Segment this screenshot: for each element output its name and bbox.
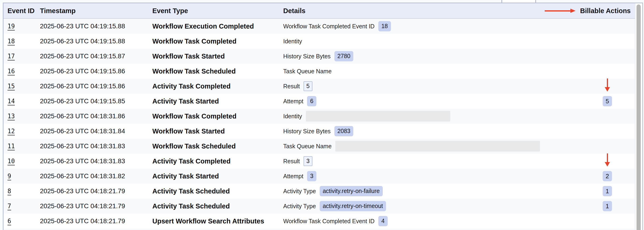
event-history-table-main: Event ID Timestamp Event Type Details Bi…: [4, 3, 635, 230]
vertical-scrollbar[interactable]: [635, 3, 642, 230]
table-row[interactable]: 10 2025-06-23 UTC 04:18:31.83 Activity T…: [4, 154, 635, 169]
redacted-value-block: [306, 111, 450, 122]
event-details: Task Queue Name: [283, 68, 580, 75]
event-type: Activity Task Scheduled: [152, 202, 283, 210]
table-row[interactable]: 19 2025-06-23 UTC 04:19:15.88 Workflow E…: [4, 19, 635, 34]
billable-actions-cell: [580, 81, 635, 92]
red-arrow-right-icon: [545, 9, 576, 13]
detail-value-badge: 18: [378, 21, 391, 31]
event-type: Upsert Workflow Search Attributes: [152, 217, 283, 225]
event-details: Attempt 6: [283, 96, 580, 106]
detail-value-code: 3: [304, 156, 312, 166]
billable-actions-header: Billable Actions: [545, 7, 632, 15]
billable-actions-badge: 5: [603, 96, 612, 106]
event-type: Workflow Task Started: [152, 52, 283, 60]
red-arrow-down-icon: [605, 153, 610, 167]
event-details: Workflow Task Completed Event ID 4: [283, 216, 580, 226]
table-row[interactable]: 7 2025-06-23 UTC 04:18:21.79 Activity Ta…: [4, 199, 635, 214]
detail-label: Activity Type: [283, 188, 316, 195]
event-type: Workflow Task Completed: [152, 38, 283, 45]
event-history-table-body: 19 2025-06-23 UTC 04:19:15.88 Workflow E…: [4, 19, 635, 230]
table-row[interactable]: 14 2025-06-23 UTC 04:19:15.85 Activity T…: [4, 94, 635, 109]
event-history-table-header: Event ID Timestamp Event Type Details Bi…: [4, 3, 635, 19]
event-details: Activity Type activity.retry-on-failure: [283, 186, 580, 196]
table-row[interactable]: 18 2025-06-23 UTC 04:19:15.88 Workflow T…: [4, 34, 635, 49]
event-id-link[interactable]: 12: [8, 128, 15, 135]
detail-value-badge: 3: [307, 171, 316, 181]
redacted-value-block: [335, 141, 540, 152]
event-id-link[interactable]: 6: [8, 217, 11, 224]
event-timestamp: 2025-06-23 UTC 04:19:15.87: [40, 52, 152, 60]
billable-actions-badge: 2: [603, 171, 612, 181]
detail-label: Identity: [283, 113, 302, 120]
event-timestamp: 2025-06-23 UTC 04:19:15.88: [40, 23, 152, 30]
event-id-link[interactable]: 13: [8, 113, 15, 120]
event-type: Activity Task Completed: [152, 157, 283, 165]
table-row[interactable]: 13 2025-06-23 UTC 04:18:31.86 Workflow T…: [4, 109, 635, 124]
event-id-link[interactable]: 7: [8, 203, 11, 210]
billable-actions-cell: [580, 156, 635, 167]
event-timestamp: 2025-06-23 UTC 04:18:31.84: [40, 128, 152, 135]
billable-actions-cell: 1: [580, 201, 635, 211]
table-row[interactable]: 8 2025-06-23 UTC 04:18:21.79 Activity Ta…: [4, 184, 635, 199]
table-row[interactable]: 15 2025-06-23 UTC 04:19:15.86 Activity T…: [4, 79, 635, 94]
detail-label: Identity: [283, 38, 302, 45]
event-id-link[interactable]: 14: [8, 98, 15, 105]
event-id-link[interactable]: 18: [8, 38, 15, 45]
event-type: Workflow Execution Completed: [152, 23, 283, 30]
event-details: Task Queue Name: [283, 141, 580, 152]
column-header-event-type: Event Type: [152, 7, 283, 15]
event-id-link[interactable]: 8: [8, 188, 11, 195]
detail-label: Attempt: [283, 173, 303, 180]
event-timestamp: 2025-06-23 UTC 04:18:21.79: [40, 187, 152, 195]
event-id-link[interactable]: 16: [8, 68, 15, 75]
event-timestamp: 2025-06-23 UTC 04:18:31.86: [40, 112, 152, 120]
top-strip: [0, 0, 644, 3]
detail-value-badge: activity.retry-on-timeout: [320, 201, 386, 211]
event-id-link[interactable]: 9: [8, 173, 11, 180]
event-type: Activity Task Completed: [152, 82, 283, 90]
scrollbar-thumb[interactable]: [636, 5, 641, 230]
event-timestamp: 2025-06-23 UTC 04:19:15.85: [40, 97, 152, 105]
event-type: Workflow Task Started: [152, 128, 283, 135]
event-type: Workflow Task Completed: [152, 112, 283, 120]
event-type: Workflow Task Scheduled: [152, 142, 283, 150]
billable-actions-cell: 5: [580, 96, 635, 106]
event-id-link[interactable]: 17: [8, 53, 15, 60]
detail-label: Task Queue Name: [283, 68, 332, 75]
event-timestamp: 2025-06-23 UTC 04:19:15.88: [40, 38, 152, 45]
event-details: Attempt 3: [283, 171, 580, 181]
detail-value-badge: 6: [307, 96, 316, 106]
table-row[interactable]: 9 2025-06-23 UTC 04:18:31.82 Activity Ta…: [4, 169, 635, 184]
event-id-link[interactable]: 19: [8, 23, 15, 30]
detail-label: Workflow Task Completed Event ID: [283, 23, 374, 30]
event-type: Workflow Task Scheduled: [152, 67, 283, 75]
event-details: History Size Bytes 2780: [283, 51, 580, 61]
detail-label: Attempt: [283, 98, 303, 105]
billable-actions-badge: 1: [603, 186, 612, 196]
event-details: Activity Type activity.retry-on-timeout: [283, 201, 580, 211]
event-id-link[interactable]: 11: [8, 143, 15, 150]
column-header-timestamp: Timestamp: [40, 7, 152, 15]
table-row[interactable]: 6 2025-06-23 UTC 04:18:21.79 Upsert Work…: [4, 214, 635, 228]
table-row[interactable]: 11 2025-06-23 UTC 04:18:31.83 Workflow T…: [4, 139, 635, 154]
event-id-link[interactable]: 10: [8, 158, 15, 165]
event-timestamp: 2025-06-23 UTC 04:18:31.82: [40, 172, 152, 180]
billable-actions-cell: 1: [580, 186, 635, 196]
detail-value-badge: 2083: [334, 126, 354, 136]
table-row[interactable]: 17 2025-06-23 UTC 04:19:15.87 Workflow T…: [4, 49, 635, 64]
red-arrow-down-icon: [605, 78, 610, 92]
detail-value-code: 5: [304, 81, 312, 91]
event-timestamp: 2025-06-23 UTC 04:19:15.86: [40, 67, 152, 75]
table-row[interactable]: 12 2025-06-23 UTC 04:18:31.84 Workflow T…: [4, 124, 635, 139]
detail-label: History Size Bytes: [283, 128, 331, 135]
detail-label: Result: [283, 83, 300, 90]
column-header-billable-actions: Billable Actions: [580, 7, 631, 15]
event-timestamp: 2025-06-23 UTC 04:18:21.79: [40, 202, 152, 210]
cropped-control-above-table[interactable]: [502, 0, 536, 3]
event-id-link[interactable]: 15: [8, 83, 15, 90]
column-header-event-id: Event ID: [8, 7, 40, 15]
detail-value-badge: 2780: [334, 51, 354, 61]
detail-value-badge: 4: [378, 216, 388, 226]
table-row[interactable]: 16 2025-06-23 UTC 04:19:15.86 Workflow T…: [4, 64, 635, 79]
